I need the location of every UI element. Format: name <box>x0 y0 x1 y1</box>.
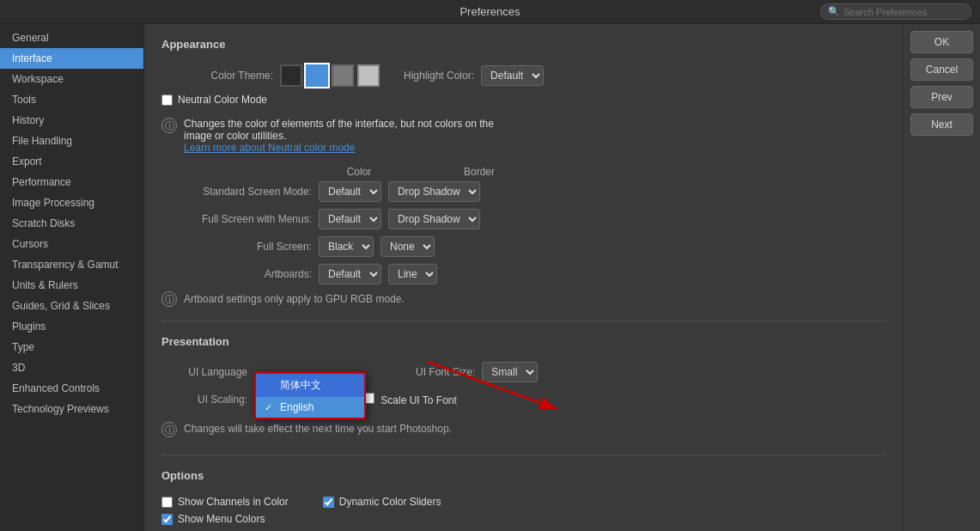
scale-ui-to-font-label: Scale UI To Font <box>380 394 457 406</box>
main-layout: General Interface Workspace Tools Histor… <box>0 24 980 531</box>
neutral-color-mode-row: Neutral Color Mode <box>161 94 886 106</box>
sidebar-item-cursors[interactable]: Cursors <box>0 234 143 254</box>
preferences-window: Preferences 🔍 General Interface Workspac… <box>0 0 980 531</box>
search-icon: 🔍 <box>828 6 840 17</box>
dropdown-item-english[interactable]: ✓ English <box>256 397 364 418</box>
artboards-border-select[interactable]: Line <box>388 264 437 284</box>
ui-language-container: UI Language 简体中文 ✓ English <box>161 362 886 382</box>
sidebar-item-workspace[interactable]: Workspace <box>0 69 143 89</box>
standard-screen-color-select[interactable]: Default <box>319 181 381 202</box>
info-icon-artboard: ⓘ <box>161 291 177 307</box>
ui-scaling-label: UI Scaling: <box>161 394 247 406</box>
color-column-header: Color <box>316 166 402 178</box>
highlight-color-select[interactable]: Default <box>481 65 544 86</box>
dynamic-color-sliders-label: Dynamic Color Sliders <box>339 496 441 508</box>
sidebar-item-enhanced-controls[interactable]: Enhanced Controls <box>0 378 143 399</box>
options-right: Dynamic Color Sliders <box>323 496 441 530</box>
checkmark-english: ✓ <box>265 402 275 413</box>
sidebar-item-export[interactable]: Export <box>0 151 143 172</box>
full-screen-menus-label: Full Screen with Menus: <box>161 213 312 225</box>
neutral-color-info-box: ⓘ Changes the color of elements of the i… <box>161 114 886 157</box>
show-channels-row: Show Channels in Color <box>161 496 289 508</box>
neutral-color-mode-checkbox[interactable] <box>161 95 173 106</box>
color-theme-row: Color Theme: Highlight Color: Default <box>161 64 886 87</box>
dynamic-color-sliders-row: Dynamic Color Sliders <box>323 496 441 508</box>
sidebar-item-image-processing[interactable]: Image Processing <box>0 192 143 213</box>
sidebar-item-transparency-gamut[interactable]: Transparency & Gamut <box>0 254 143 275</box>
full-screen-border-select[interactable]: None <box>380 236 435 257</box>
presentation-section-header: Presentation <box>161 335 886 351</box>
sidebar-item-type[interactable]: Type <box>0 337 143 357</box>
info-icon-neutral: ⓘ <box>161 118 177 133</box>
show-channels-label: Show Channels in Color <box>178 496 289 508</box>
sidebar-item-scratch-disks[interactable]: Scratch Disks <box>0 213 143 234</box>
sidebar-item-performance[interactable]: Performance <box>0 172 143 192</box>
swatch-medium-dark[interactable] <box>306 64 328 87</box>
sidebar-item-guides-grid-slices[interactable]: Guides, Grid & Slices <box>0 296 143 316</box>
options-left: Show Channels in Color Show Menu Colors <box>161 496 289 530</box>
sidebar-item-file-handling[interactable]: File Handling <box>0 131 143 151</box>
info-icon-changes: ⓘ <box>161 422 177 437</box>
ok-button[interactable]: OK <box>910 31 973 53</box>
title-bar: Preferences 🔍 <box>0 0 980 24</box>
show-channels-checkbox[interactable] <box>161 497 173 508</box>
artboards-row: Artboards: Default Line <box>161 264 886 284</box>
full-screen-row: Full Screen: Black None <box>161 236 886 257</box>
swatch-medium[interactable] <box>332 64 354 87</box>
border-column-header: Border <box>436 166 522 178</box>
info-text-line1: Changes the color of elements of the int… <box>184 118 494 130</box>
ui-language-row: UI Language 简体中文 ✓ English <box>161 362 886 382</box>
full-screen-menus-color-select[interactable]: Default <box>319 209 381 229</box>
sidebar-item-plugins[interactable]: Plugins <box>0 316 143 337</box>
full-screen-menus-border-select[interactable]: Drop Shadow <box>388 209 480 229</box>
scale-ui-to-font-row: Scale UI To Font <box>363 393 457 406</box>
color-swatches <box>280 64 380 87</box>
cancel-button[interactable]: Cancel <box>910 58 973 81</box>
highlight-color-label: Highlight Color: <box>404 70 474 82</box>
ui-language-dropdown[interactable]: 简体中文 ✓ English <box>254 372 366 419</box>
standard-screen-border-select[interactable]: Drop Shadow <box>388 181 480 202</box>
full-screen-color-select[interactable]: Black <box>319 236 374 257</box>
sidebar-item-units-rulers[interactable]: Units & Rulers <box>0 275 143 296</box>
sidebar-item-tools[interactable]: Tools <box>0 89 143 110</box>
content-area: Appearance Color Theme: Highlight Color:… <box>144 24 903 531</box>
neutral-color-learn-more-link[interactable]: Learn more about Neutral color mode <box>184 142 355 154</box>
changes-note-text: Changes will take effect the next time y… <box>184 422 452 436</box>
changes-note-box: ⓘ Changes will take effect the next time… <box>161 418 886 441</box>
search-input[interactable] <box>843 7 964 17</box>
options-section-header: Options <box>161 469 886 485</box>
swatch-dark[interactable] <box>280 64 302 87</box>
artboards-color-select[interactable]: Default <box>319 264 381 284</box>
artboard-note-text: Artboard settings only apply to GPU RGB … <box>184 292 405 307</box>
appearance-section-header: Appearance <box>161 38 886 54</box>
standard-screen-mode-label: Standard Screen Mode: <box>161 186 312 198</box>
dropdown-item-chinese[interactable]: 简体中文 <box>254 372 366 399</box>
ui-font-size-select[interactable]: Small <box>482 362 538 382</box>
ui-language-label: UI Language <box>161 366 247 378</box>
neutral-color-info-text: Changes the color of elements of the int… <box>184 118 494 154</box>
prev-button[interactable]: Prev <box>910 86 973 108</box>
search-bar[interactable]: 🔍 <box>820 3 971 20</box>
options-rows: Show Channels in Color Show Menu Colors … <box>161 496 886 530</box>
show-menu-colors-row: Show Menu Colors <box>161 513 289 525</box>
dropdown-item-english-label: English <box>280 401 313 413</box>
show-menu-colors-label: Show Menu Colors <box>178 513 265 525</box>
sidebar-item-technology-previews[interactable]: Technology Previews <box>0 399 143 419</box>
ui-font-size-label: UI Font Size: <box>416 366 475 378</box>
show-menu-colors-checkbox[interactable] <box>161 514 173 525</box>
sidebar-item-history[interactable]: History <box>0 110 143 131</box>
full-screen-label: Full Screen: <box>161 241 312 253</box>
presentation-section: Presentation UI Language 简体中文 <box>161 335 886 441</box>
window-title: Preferences <box>460 5 520 18</box>
sidebar: General Interface Workspace Tools Histor… <box>0 24 144 531</box>
sidebar-item-3d[interactable]: 3D <box>0 357 143 378</box>
artboards-label: Artboards: <box>161 268 312 280</box>
next-button[interactable]: Next <box>910 113 973 136</box>
dynamic-color-sliders-checkbox[interactable] <box>323 497 334 508</box>
neutral-color-mode-label: Neutral Color Mode <box>178 94 267 106</box>
sidebar-item-general[interactable]: General <box>0 27 143 48</box>
dropdown-item-chinese-label: 简体中文 <box>280 378 321 393</box>
standard-screen-mode-row: Standard Screen Mode: Default Drop Shado… <box>161 181 886 202</box>
sidebar-item-interface[interactable]: Interface <box>0 48 143 69</box>
swatch-light[interactable] <box>357 64 380 87</box>
